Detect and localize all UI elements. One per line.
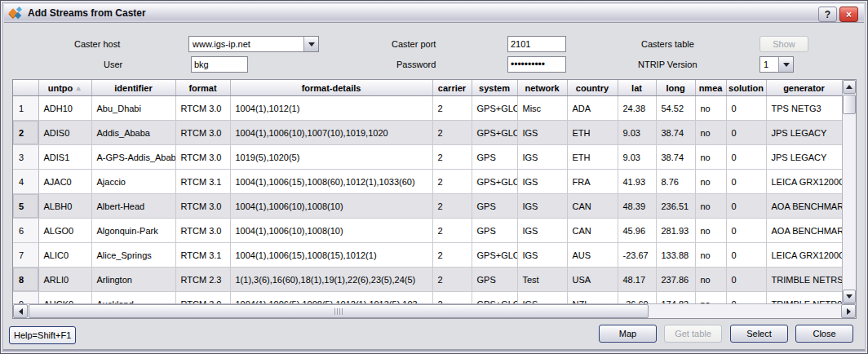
table-cell[interactable]: Albert-Head: [91, 194, 175, 219]
table-cell[interactable]: IGS: [517, 170, 567, 194]
table-cell[interactable]: 2: [432, 268, 472, 292]
table-cell[interactable]: no: [695, 121, 726, 145]
table-row[interactable]: 4AJAC0AjaccioRTCM 3.11004(1),1006(15),10…: [13, 170, 842, 194]
password-input[interactable]: ••••••••••: [507, 56, 566, 73]
table-cell[interactable]: -36.60: [618, 292, 656, 304]
table-cell[interactable]: 1004(1),1006(10),1008(10): [230, 194, 432, 219]
table-row[interactable]: 1ADH10Abu_DhabiRTCM 3.01004(1),1012(1)2G…: [13, 96, 842, 121]
table-cell[interactable]: GPS+GLO: [472, 96, 517, 121]
table-cell[interactable]: 133.88: [656, 243, 695, 268]
table-cell[interactable]: GPS: [472, 145, 517, 170]
table-cell[interactable]: ALBH0: [38, 194, 91, 219]
table-cell[interactable]: LEICA GRX1200GG: [766, 170, 842, 194]
table-cell[interactable]: 0: [726, 145, 766, 170]
table-cell[interactable]: 0: [726, 96, 766, 121]
table-cell[interactable]: no: [695, 292, 726, 304]
table-row[interactable]: 7ALIC0Alice_SpringsRTCM 3.11004(1),1006(…: [13, 243, 842, 268]
table-cell[interactable]: Algonquin-Park: [91, 219, 175, 243]
table-cell[interactable]: GPS: [472, 194, 517, 219]
row-number-cell[interactable]: 5: [13, 194, 38, 219]
row-number-cell[interactable]: 1: [13, 96, 38, 121]
horizontal-scrollbar-thumb[interactable]: [29, 304, 649, 318]
row-number-cell[interactable]: 8: [13, 268, 38, 292]
column-header-long[interactable]: long: [656, 80, 695, 96]
table-row[interactable]: 5ALBH0Albert-HeadRTCM 3.01004(1),1006(10…: [13, 194, 842, 219]
table-row[interactable]: 3ADIS1A-GPS-Addis_AbabaRTCM 3.01019(5),1…: [13, 145, 842, 170]
table-cell[interactable]: A-GPS-Addis_Ababa: [91, 145, 175, 170]
table-cell[interactable]: GPS+GLO: [472, 170, 517, 194]
table-cell[interactable]: 2: [432, 145, 472, 170]
help-button[interactable]: ?: [818, 7, 837, 22]
table-cell[interactable]: 1004(1),1012(1): [230, 96, 432, 121]
row-number-cell[interactable]: 3: [13, 145, 38, 170]
row-number-cell[interactable]: 9: [13, 292, 38, 304]
table-cell[interactable]: 0: [726, 243, 766, 268]
table-cell[interactable]: 0: [726, 219, 766, 243]
table-cell[interactable]: 236.51: [656, 194, 695, 219]
table-cell[interactable]: 0: [726, 292, 766, 304]
table-cell[interactable]: RTCM 3.1: [175, 243, 230, 268]
table-row[interactable]: 8ARLI0ArlingtonRTCM 2.31(1),3(6),16(60),…: [13, 268, 842, 292]
table-cell[interactable]: IGS: [517, 121, 567, 145]
table-cell[interactable]: 24.38: [618, 96, 656, 121]
table-cell[interactable]: no: [695, 170, 726, 194]
table-cell[interactable]: GPS+GLO: [472, 243, 517, 268]
table-cell[interactable]: Ajaccio: [91, 170, 175, 194]
column-header-system[interactable]: system: [472, 80, 517, 96]
table-cell[interactable]: CAN: [567, 194, 618, 219]
table-cell[interactable]: TPS NETG3: [766, 96, 842, 121]
table-cell[interactable]: NZL: [567, 292, 618, 304]
table-cell[interactable]: 2: [432, 121, 472, 145]
table-cell[interactable]: 2: [432, 96, 472, 121]
table-cell[interactable]: GPS+GLO: [472, 121, 517, 145]
table-cell[interactable]: 237.86: [656, 268, 695, 292]
table-cell[interactable]: 0: [726, 268, 766, 292]
table-cell[interactable]: RTCM 2.3: [175, 268, 230, 292]
caster-port-input[interactable]: 2101: [507, 36, 566, 52]
table-cell[interactable]: GPS: [472, 268, 517, 292]
help-shortcut-hint[interactable]: Help=Shift+F1: [9, 326, 76, 344]
column-header-rownum[interactable]: [13, 80, 38, 96]
table-cell[interactable]: LEICA GRX1200GG: [766, 243, 842, 268]
column-header-carrier[interactable]: carrier: [432, 80, 472, 96]
table-cell[interactable]: USA: [567, 268, 618, 292]
table-cell[interactable]: AJAC0: [38, 170, 91, 194]
table-cell[interactable]: no: [695, 96, 726, 121]
chevron-down-icon[interactable]: [303, 37, 318, 51]
vertical-scrollbar[interactable]: [842, 80, 856, 303]
table-cell[interactable]: AUS: [567, 243, 618, 268]
table-cell[interactable]: IGS: [517, 194, 567, 219]
table-cell[interactable]: ADIS0: [38, 121, 91, 145]
table-cell[interactable]: 1004(1),1006(10),1008(10): [230, 219, 432, 243]
select-button[interactable]: Select: [730, 325, 788, 343]
table-cell[interactable]: Misc: [517, 96, 567, 121]
table-cell[interactable]: CAN: [567, 219, 618, 243]
table-cell[interactable]: no: [695, 243, 726, 268]
table-cell[interactable]: RTCM 3.0: [175, 219, 230, 243]
table-row[interactable]: 9AUCK0AucklandRTCM 3.01004(1),1006(5),10…: [13, 292, 842, 304]
column-header-solution[interactable]: solution: [726, 80, 766, 96]
column-header-format-details[interactable]: format-details: [230, 80, 432, 96]
table-cell[interactable]: TRIMBLE NETRS: [766, 268, 842, 292]
table-row[interactable]: 2ADIS0Addis_AbabaRTCM 3.01004(1),1006(10…: [13, 121, 842, 145]
table-cell[interactable]: 38.74: [656, 145, 695, 170]
table-cell[interactable]: 1019(5),1020(5): [230, 145, 432, 170]
scroll-up-icon[interactable]: [843, 80, 856, 94]
table-cell[interactable]: TRIMBLE NETR9: [766, 292, 842, 304]
table-cell[interactable]: -23.67: [618, 243, 656, 268]
table-cell[interactable]: Addis_Ababa: [91, 121, 175, 145]
table-cell[interactable]: FRA: [567, 170, 618, 194]
table-cell[interactable]: IGS: [517, 145, 567, 170]
scroll-left-icon[interactable]: [13, 304, 28, 318]
caster-host-combobox[interactable]: www.igs-ip.net: [188, 36, 319, 52]
close-window-button[interactable]: ×: [839, 7, 858, 22]
title-bar[interactable]: Add Streams from Caster ? ×: [4, 4, 864, 23]
table-cell[interactable]: 2: [432, 194, 472, 219]
row-number-cell[interactable]: 7: [13, 243, 38, 268]
column-header-network[interactable]: network: [517, 80, 567, 96]
table-cell[interactable]: ALIC0: [38, 243, 91, 268]
table-cell[interactable]: 2: [432, 219, 472, 243]
table-cell[interactable]: ARLI0: [38, 268, 91, 292]
table-cell[interactable]: RTCM 3.0: [175, 292, 230, 304]
table-cell[interactable]: AOA BENCHMARK: [766, 219, 842, 243]
